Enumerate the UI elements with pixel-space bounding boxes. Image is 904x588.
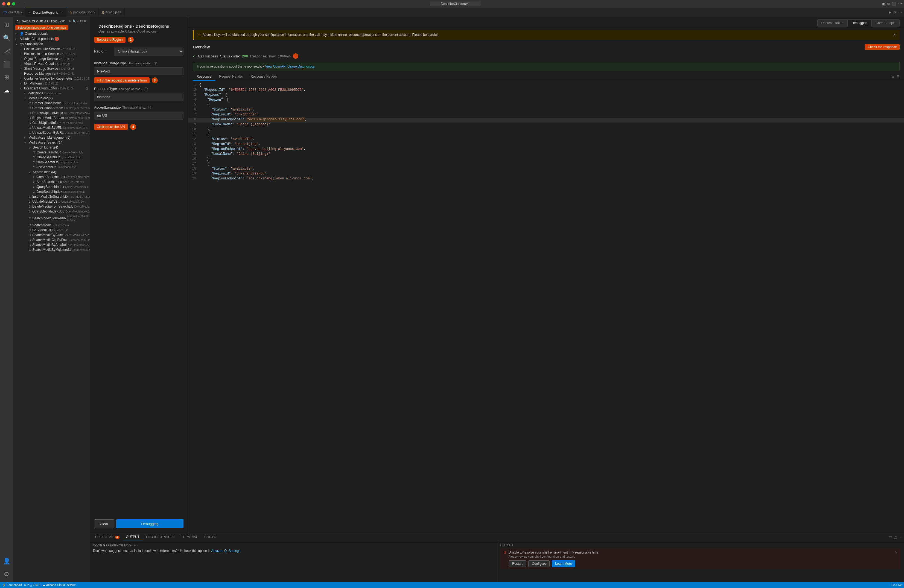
sidebar-search-library[interactable]: ∨ Search Library(4) bbox=[26, 145, 90, 150]
close-dot[interactable] bbox=[2, 2, 5, 5]
tab-describe-regions[interactable]: ◇ DescribeRegions ✕ bbox=[26, 8, 66, 17]
sidebar-upload-media-url[interactable]: ⊙ UploadMediaByURL UploadMediaByURL bbox=[26, 125, 90, 130]
sidebar-refresh-upload-media[interactable]: ⊙ RefreshUploadMedia RefreshUploadMedia bbox=[26, 111, 90, 115]
sidebar-alibaba-products[interactable]: › Alibaba Cloud products 1 bbox=[13, 36, 90, 41]
sidebar-my-subscription[interactable]: ∨ My Subscription bbox=[13, 41, 90, 46]
tab-documentation[interactable]: Documentation bbox=[817, 19, 848, 27]
sub-tab-response[interactable]: Response bbox=[193, 73, 215, 81]
sidebar-vpc[interactable]: › Virtual Private Cloud v2016-04-28 bbox=[17, 61, 90, 66]
titlebar-search[interactable]: DescribeClustersV1 bbox=[430, 2, 481, 6]
sub-tab-request-header[interactable]: Request Header bbox=[215, 73, 247, 81]
statusbar-errors[interactable]: ⊗ 2 △ 2 ⊗ 0 bbox=[24, 583, 41, 587]
sidebar-rm[interactable]: › Resource Management v2020-03-31 bbox=[17, 71, 90, 76]
panel-icon[interactable]: ⬛ bbox=[892, 2, 896, 6]
region-select[interactable]: China (Hangzhou) bbox=[114, 47, 183, 55]
sidebar-create-upload-stream[interactable]: ⊙ CreateUploadStream CreateUploadStream bbox=[26, 106, 90, 111]
sidebar-media-asset-search[interactable]: ∨ Media Asset Search(14) bbox=[22, 140, 90, 145]
sub-tab-response-header[interactable]: Response Header bbox=[247, 73, 281, 81]
sidebar-current-user[interactable]: › 👤 Current: default bbox=[13, 31, 90, 36]
sidebar-search-media[interactable]: ⊙ SearchMedia SearchMedia bbox=[26, 223, 90, 228]
bottom-tab-ports[interactable]: PORTS bbox=[201, 534, 219, 540]
go-live-button[interactable]: Go Live bbox=[891, 583, 902, 586]
nav-forward[interactable]: → bbox=[24, 2, 27, 6]
activity-search[interactable]: 🔍 bbox=[0, 32, 13, 44]
activity-debug[interactable]: ⬛ bbox=[0, 58, 13, 71]
configure-button[interactable]: Configure bbox=[528, 560, 550, 567]
sidebar-get-url-upload[interactable]: ⊙ GetUrlUploadInfos GetUrlUploadInfos bbox=[26, 120, 90, 125]
maximize-dot[interactable] bbox=[12, 2, 15, 5]
sidebar-insert-media[interactable]: ⊙ InsertMediaToSearchLib InsertMediaToSe… bbox=[26, 194, 90, 199]
activity-cloud[interactable]: ☁ bbox=[0, 84, 13, 97]
split-icon[interactable]: ⧉ bbox=[887, 2, 890, 6]
activity-git[interactable]: ⎇ bbox=[0, 44, 13, 58]
search-sidebar-icon[interactable]: 🔍 bbox=[73, 19, 76, 23]
accept-language-input[interactable] bbox=[94, 112, 183, 120]
collapse-icon[interactable]: ⊟ bbox=[80, 19, 82, 23]
sidebar-search-index[interactable]: ∨ Search Index(4) bbox=[26, 169, 90, 174]
sidebar-bas[interactable]: › Blockchain as a Service v2018-12-21 bbox=[17, 51, 90, 56]
bottom-tab-terminal[interactable]: TERMINAL bbox=[178, 534, 201, 540]
restart-button[interactable]: Restart bbox=[509, 560, 526, 567]
sidebar-media-asset-mgmt[interactable]: › Media Asset Management(6) bbox=[22, 135, 90, 140]
sidebar-search-job-rerun[interactable]: ⊙ SearchIndex.JobRerun 搜索索引引任务重新分析 bbox=[26, 214, 90, 223]
sidebar-media-upload[interactable]: ∨ Media Upload(7) bbox=[22, 96, 90, 101]
sidebar-register-media-stream[interactable]: ⊙ RegisterMediaStream RegisterMediaStrea… bbox=[26, 115, 90, 120]
tab-close-icon[interactable]: ✕ bbox=[61, 11, 63, 14]
alert-close-icon[interactable]: ✕ bbox=[893, 33, 896, 36]
run-icon[interactable]: ▶ bbox=[889, 10, 891, 14]
more-icon[interactable]: ••• bbox=[898, 2, 902, 6]
sidebar-search-media-face[interactable]: ⊙ SearchMediaByFace SearchMediaByFace bbox=[26, 232, 90, 237]
sidebar-list-search-lib[interactable]: ⊙ ListSearchLib 获取搜索库列表 bbox=[31, 164, 90, 169]
sidebar-create-search-lib[interactable]: ⊙ CreateSearchLib CreateSearchLib bbox=[31, 150, 90, 155]
sidebar-get-video-list[interactable]: ⊙ GetVideoList GetVideoList bbox=[26, 228, 90, 232]
view-diagnostics-link[interactable]: View OpenAPI Usage Diagnostics bbox=[265, 65, 315, 68]
sidebar-oss[interactable]: › Object Storage Service v2019-05-17 bbox=[17, 56, 90, 61]
collapse-icon[interactable]: ☰ bbox=[897, 75, 899, 79]
sidebar-upload-stream-url[interactable]: ⊙ UploadStreamByURL UploadStreamByURL bbox=[26, 130, 90, 135]
sidebar-drop-search-index[interactable]: ⊙ DropSearchIndex DropSearchIndex bbox=[31, 189, 90, 194]
sidebar-search-multimodal[interactable]: ⊙ SearchMediaByMultimodal SearchMediaBy.… bbox=[26, 247, 90, 252]
activity-account[interactable]: 👤 bbox=[0, 555, 13, 568]
split-editor-icon[interactable]: ⧉ bbox=[894, 10, 896, 14]
sidebar-delete-media[interactable]: ⊙ DeleteMediaFromSearchLib DeleteMediaFr… bbox=[26, 204, 90, 209]
debug-button[interactable]: Debugging bbox=[116, 519, 183, 528]
tab-code-sample[interactable]: Code Sample bbox=[871, 19, 899, 27]
bottom-tab-output[interactable]: OUTPUT bbox=[123, 534, 143, 541]
copy-icon[interactable]: ⧉ bbox=[892, 75, 895, 79]
statusbar-cloud[interactable]: ☁ Alibaba Cloud: default bbox=[43, 583, 76, 587]
tab-config[interactable]: {} config.json bbox=[99, 8, 125, 17]
activity-explorer[interactable]: ⊞ bbox=[0, 18, 13, 32]
bottom-close-icon[interactable]: ✕ bbox=[899, 535, 902, 539]
code-ref-more[interactable]: ••• bbox=[134, 544, 137, 547]
more-actions-icon[interactable]: ••• bbox=[898, 10, 902, 14]
sidebar-query-media-job[interactable]: ⊙ QueryMediaIndex.Job QueryMediaIndex.Jo… bbox=[26, 209, 90, 214]
amazon-settings-link[interactable]: Amazon Q: Settings bbox=[211, 549, 241, 553]
sidebar-search-clip-face[interactable]: ⊙ SearchMediaClipByFace SearchMediaClipB… bbox=[26, 237, 90, 242]
learn-more-button[interactable]: Learn More bbox=[552, 560, 575, 567]
sidebar-query-search-index[interactable]: ⊙ QuerySearchIndex QuerySearchIndex bbox=[31, 184, 90, 189]
filter-icon[interactable]: ⚙ bbox=[84, 19, 86, 23]
tab-debugging[interactable]: Debugging bbox=[847, 19, 871, 27]
bottom-maximize-icon[interactable]: △ bbox=[895, 535, 897, 539]
refresh-icon[interactable]: ↻ bbox=[69, 19, 71, 23]
sidebar-iot[interactable]: › IoT Platform v2018-01-20 bbox=[17, 81, 90, 86]
error-close-icon[interactable]: ✕ bbox=[895, 550, 898, 554]
window-controls[interactable] bbox=[2, 2, 15, 5]
sidebar-alter-search-index[interactable]: ⊙ AlterSearchIndex AlterSearchIndex bbox=[31, 179, 90, 184]
tab-package[interactable]: {} package.json 2 bbox=[66, 8, 99, 17]
instance-charge-input[interactable] bbox=[94, 67, 183, 75]
activity-extensions[interactable]: ⊞ bbox=[0, 71, 13, 84]
sidebar-create-search-index[interactable]: ⊙ CreateSearchIndex CreateSearchIndex bbox=[31, 174, 90, 179]
tab-client[interactable]: TS client.ts 2 bbox=[0, 8, 26, 17]
add-icon[interactable]: + bbox=[77, 19, 79, 23]
sidebar-ice[interactable]: ∨ Intelligent Cloud Editor v2020-11-09 🗑 bbox=[17, 86, 90, 91]
resource-type-input[interactable] bbox=[94, 93, 183, 101]
clear-button[interactable]: Clear bbox=[94, 519, 114, 528]
sidebar-ecs[interactable]: › Elastic Compute Service v2014-05-26 bbox=[17, 46, 90, 51]
sidebar-update-media[interactable]: ⊙ UpdateMediaToS... UpdateMediaToSe... bbox=[26, 199, 90, 204]
bottom-tab-problems[interactable]: PROBLEMS 4 bbox=[92, 534, 123, 540]
layout-icon[interactable]: ▣ bbox=[882, 2, 885, 6]
nav-back[interactable]: ← bbox=[17, 2, 20, 6]
sidebar-csk[interactable]: › Container Service for Kubernetes v2015… bbox=[17, 76, 90, 81]
statusbar-launchpad[interactable]: ⚡ Launchpad bbox=[2, 583, 22, 587]
